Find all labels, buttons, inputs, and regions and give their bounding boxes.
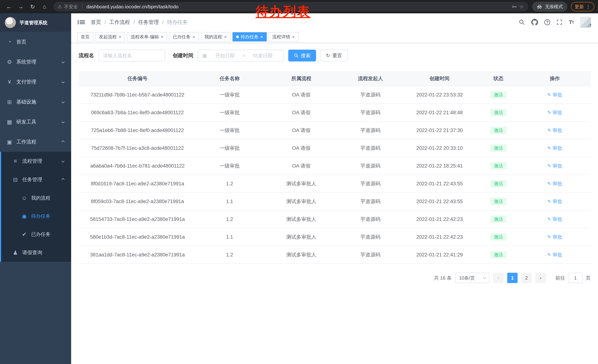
- approve-link[interactable]: ✎ 审批: [547, 127, 562, 134]
- chevron-up-icon: [61, 178, 65, 181]
- edit-icon: ✎: [547, 217, 551, 222]
- cell-action: ✎ 审批: [519, 121, 590, 139]
- cell-process: 测试多审批人: [263, 246, 340, 264]
- next-page-button[interactable]: ›: [535, 273, 546, 283]
- cell-task-name: 1.1: [196, 228, 263, 246]
- close-icon[interactable]: ×: [119, 34, 121, 39]
- key-icon[interactable]: [512, 4, 517, 9]
- fullscreen-icon[interactable]: [556, 19, 562, 25]
- cell-status: 激活: [478, 246, 519, 264]
- tab-my-process[interactable]: 我的流程×: [201, 32, 231, 41]
- cell-create-time: 2022-01-21 22:42:23: [401, 210, 478, 228]
- sidebar-item-system[interactable]: ⚙ 系统管理: [0, 52, 71, 72]
- chevron-down-icon: [61, 160, 65, 163]
- cell-status: 激活: [478, 210, 519, 228]
- cell-action: ✎ 审批: [519, 104, 590, 121]
- approve-link[interactable]: ✎ 审批: [547, 145, 562, 152]
- sidebar-item-leave-query[interactable]: ♟ 请假查询: [1, 243, 71, 262]
- tab-process-form-edit[interactable]: 流程表单-编辑×: [127, 32, 167, 41]
- cell-status: 激活: [478, 157, 519, 175]
- search-button[interactable]: 搜索: [288, 50, 316, 61]
- cell-task-id: a6aba0a4-7b6d-11ec-b781-acde48001122: [79, 157, 196, 175]
- cell-create-time: 2022-01-21 22:41:29: [401, 246, 478, 264]
- reset-button[interactable]: ↻ 重置: [321, 50, 348, 61]
- sidebar-item-task-management[interactable]: ⊟ 任务管理: [1, 170, 71, 189]
- forward-icon[interactable]: →: [16, 1, 26, 12]
- date-range-picker[interactable]: ▦ 开始日期 - 结束日期: [198, 50, 284, 61]
- status-badge: 激活: [490, 145, 507, 152]
- cell-action: ✎ 审批: [519, 228, 590, 246]
- tab-todo-task[interactable]: 待办任务×: [233, 32, 267, 41]
- tab-home[interactable]: 首页: [77, 32, 93, 41]
- breadcrumb-workflow[interactable]: 工作流程: [109, 19, 130, 26]
- approve-link[interactable]: ✎ 审批: [547, 163, 562, 169]
- table-row: 75d72608-7b7f-11ec-a3c8-acde48001122 一级审…: [79, 139, 590, 157]
- main-area: 首页 / 工作流程 / 任务管理 / 待办任务: [71, 13, 598, 364]
- sidebar-item-done-task[interactable]: ✔ 已办任务: [1, 225, 71, 243]
- approve-link[interactable]: ✎ 审批: [547, 252, 562, 258]
- home-icon[interactable]: ⌂: [39, 1, 50, 12]
- github-icon[interactable]: [531, 19, 538, 25]
- app-logo: [5, 17, 16, 28]
- page-size-select[interactable]: 10条/页: [455, 273, 490, 283]
- tab-process-detail[interactable]: 流程详情×: [269, 32, 299, 41]
- breadcrumb-home[interactable]: 首页: [91, 19, 101, 26]
- approve-link[interactable]: ✎ 审批: [547, 180, 562, 187]
- prev-page-button[interactable]: ‹: [493, 273, 504, 283]
- sidebar-item-label: 我的流程: [31, 195, 50, 201]
- sidebar-item-home[interactable]: ◔ 首页: [0, 32, 71, 52]
- edit-icon: ✎: [547, 110, 551, 115]
- cell-create-time: 2022-01-22 20:33:10: [401, 139, 478, 157]
- sidebar-item-infrastructure[interactable]: ⊞ 基础设施: [0, 92, 71, 112]
- sidebar-item-label: 支付管理: [16, 79, 36, 85]
- tab-start-process[interactable]: 发起流程×: [95, 32, 125, 41]
- approve-link[interactable]: ✎ 审批: [547, 198, 562, 205]
- search-icon[interactable]: [519, 19, 525, 25]
- reload-icon[interactable]: ↻: [27, 1, 38, 12]
- table-row: 73211d9d-7b9b-11ec-b5b7-acde48001122 一级审…: [79, 86, 590, 104]
- process-name-input[interactable]: [103, 53, 161, 58]
- table-row: 069c6a63-7b8a-11ec-8ef0-acde48001122 一级审…: [79, 104, 590, 121]
- close-icon[interactable]: ×: [260, 34, 263, 39]
- sidebar-item-devtools[interactable]: ▦ 研发工具: [0, 112, 71, 132]
- approve-link[interactable]: ✎ 审批: [547, 92, 562, 98]
- sidebar-item-payment[interactable]: ¥ 支付管理: [0, 72, 71, 92]
- close-icon[interactable]: ×: [161, 34, 163, 39]
- page-1-button[interactable]: 1: [507, 273, 518, 283]
- menu-dots-icon[interactable]: ⋮: [586, 4, 590, 10]
- cell-task-id: 381aa1dd-7ac8-11ec-a9e2-a2380e71991a: [79, 246, 196, 264]
- process-management-icon: ≡: [12, 158, 18, 164]
- sidebar-item-process-management[interactable]: ≡ 流程管理: [1, 152, 71, 170]
- close-icon[interactable]: ×: [192, 34, 195, 39]
- star-icon[interactable]: ☆: [519, 4, 524, 10]
- page-2-button[interactable]: 2: [521, 273, 532, 283]
- app-logo-row[interactable]: 芋道管理系统: [0, 13, 71, 32]
- goto-page-input[interactable]: [568, 273, 583, 283]
- approve-link[interactable]: ✎ 审批: [547, 234, 562, 240]
- help-icon[interactable]: ?: [544, 19, 550, 25]
- font-size-icon[interactable]: TT: [569, 19, 574, 25]
- process-name-input-wrap: [99, 50, 165, 61]
- breadcrumb-task-management[interactable]: 任务管理: [138, 19, 159, 26]
- cell-process: 测试多审批人: [263, 210, 340, 228]
- approve-link[interactable]: ✎ 审批: [547, 216, 562, 223]
- sidebar-toggle-icon[interactable]: [78, 20, 85, 25]
- status-badge: 激活: [490, 162, 507, 170]
- approve-link[interactable]: ✎ 审批: [547, 109, 562, 116]
- table-row: a6aba0a4-7b6d-11ec-b781-acde48001122 一级审…: [79, 157, 590, 175]
- edit-icon: ✎: [547, 181, 551, 186]
- search-icon: [294, 53, 299, 58]
- sidebar-item-my-process[interactable]: ☺ 我的流程: [1, 189, 71, 207]
- close-icon[interactable]: ×: [292, 34, 295, 39]
- close-icon[interactable]: ×: [224, 34, 227, 39]
- sidebar-item-workflow[interactable]: ▣ 工作流程: [0, 132, 71, 152]
- table-header-row: 任务编号 任务名称 所属流程 流程发起人 创建时间 状态 操作: [79, 71, 590, 86]
- tab-done-task[interactable]: 已办任务×: [169, 32, 199, 41]
- sidebar-item-todo-task[interactable]: ◉ 待办任务: [1, 207, 71, 225]
- total-count: 共 16 条: [434, 275, 452, 281]
- user-avatar[interactable]: ▾: [580, 17, 591, 28]
- cell-create-time: 2022-01-22 21:48:48: [401, 104, 478, 121]
- update-button[interactable]: 更新 ⋮: [571, 2, 594, 11]
- incognito-badge: 无痕模式: [532, 2, 567, 12]
- back-icon[interactable]: ←: [4, 1, 14, 12]
